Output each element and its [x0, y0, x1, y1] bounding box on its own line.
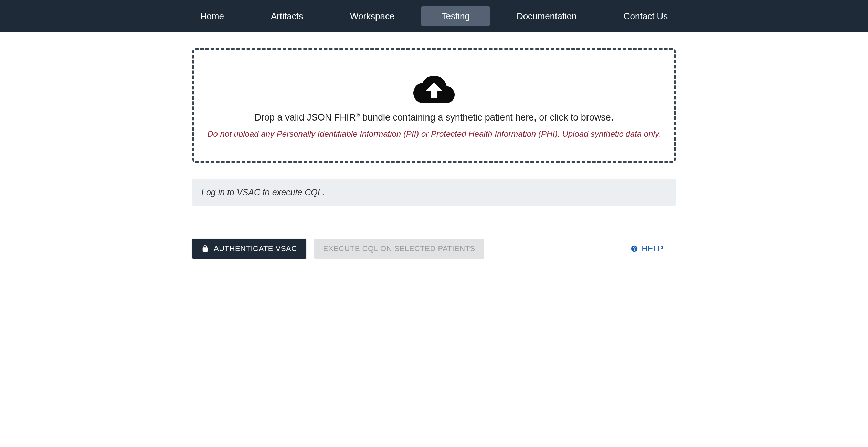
lock-icon	[201, 245, 209, 252]
login-info-banner: Log in to VSAC to execute CQL.	[192, 179, 676, 206]
action-row: AUTHENTICATE VSAC EXECUTE CQL ON SELECTE…	[192, 239, 676, 259]
dropzone-warning: Do not upload any Personally Identifiabl…	[204, 129, 664, 139]
dropzone-text-suffix: bundle containing a synthetic patient he…	[360, 112, 613, 123]
registered-mark: ®	[356, 112, 360, 118]
file-dropzone[interactable]: Drop a valid JSON FHIR® bundle containin…	[192, 48, 676, 163]
nav-item-documentation[interactable]: Documentation	[497, 6, 597, 26]
nav-item-workspace[interactable]: Workspace	[330, 6, 415, 26]
dropzone-instruction: Drop a valid JSON FHIR® bundle containin…	[204, 112, 664, 123]
execute-cql-button: EXECUTE CQL ON SELECTED PATIENTS	[314, 239, 484, 259]
nav-item-home[interactable]: Home	[180, 6, 244, 26]
authenticate-vsac-label: AUTHENTICATE VSAC	[214, 244, 297, 253]
nav-item-contact-us[interactable]: Contact Us	[604, 6, 688, 26]
help-icon	[631, 245, 638, 252]
nav-item-testing[interactable]: Testing	[421, 6, 489, 26]
cloud-upload-icon	[413, 74, 455, 103]
authenticate-vsac-button[interactable]: AUTHENTICATE VSAC	[192, 239, 306, 259]
main-navbar: Home Artifacts Workspace Testing Documen…	[0, 0, 868, 32]
dropzone-text-prefix: Drop a valid JSON FHIR	[255, 112, 356, 123]
nav-item-artifacts[interactable]: Artifacts	[251, 6, 323, 26]
help-label: HELP	[642, 244, 663, 253]
help-link[interactable]: HELP	[631, 244, 676, 253]
